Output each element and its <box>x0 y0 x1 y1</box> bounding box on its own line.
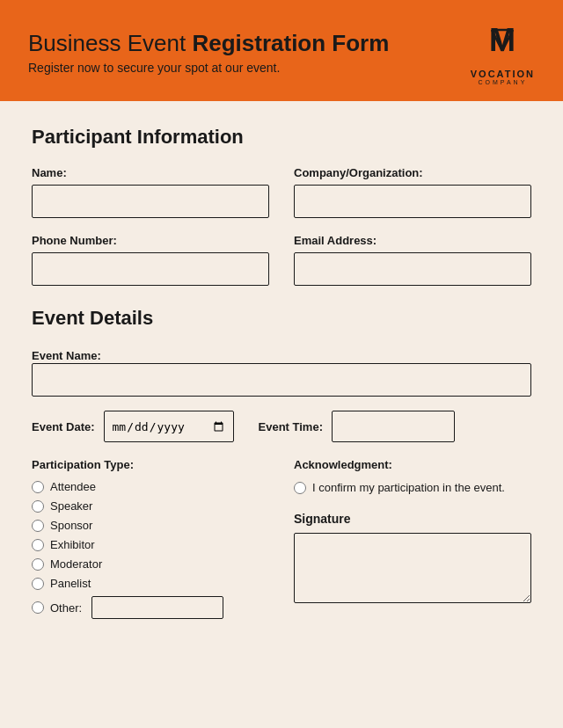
event-section: Event Details <box>32 307 531 330</box>
signature-input[interactable] <box>294 533 531 603</box>
radio-other-input[interactable] <box>32 601 44 614</box>
name-company-row: Name: Company/Organization: <box>32 166 531 218</box>
participation-ack-row: Participation Type: Attendee Speaker Spo… <box>32 458 531 619</box>
event-date-input[interactable] <box>104 411 234 442</box>
event-date-label: Event Date: <box>32 420 95 433</box>
radio-speaker[interactable]: Speaker <box>32 499 269 513</box>
company-input[interactable] <box>294 185 531 218</box>
email-label: Email Address: <box>294 234 531 247</box>
event-name-label: Event Name: <box>32 349 101 362</box>
name-label: Name: <box>32 166 269 179</box>
phone-group: Phone Number: <box>32 234 269 286</box>
event-time-input[interactable] <box>332 411 455 442</box>
ack-col: Acknowledgment: I confirm my participati… <box>294 458 531 619</box>
logo: M vocation COMPANY <box>471 19 535 85</box>
participation-col: Participation Type: Attendee Speaker Spo… <box>32 458 269 619</box>
radio-moderator-input[interactable] <box>32 558 44 571</box>
page-header: Business Event Registration Form Registe… <box>0 0 563 101</box>
radio-exhibitor-input[interactable] <box>32 539 44 551</box>
name-input[interactable] <box>32 185 269 218</box>
header-text: Business Event Registration Form Registe… <box>28 30 389 75</box>
name-group: Name: <box>32 166 269 218</box>
radio-exhibitor[interactable]: Exhibitor <box>32 538 269 551</box>
ack-label: Acknowledgment: <box>294 458 531 471</box>
sig-label: Signature <box>294 512 531 526</box>
logo-name: vocation <box>471 69 535 79</box>
event-name-group: Event Name: <box>32 347 531 397</box>
phone-label: Phone Number: <box>32 234 269 247</box>
radio-moderator[interactable]: Moderator <box>32 557 269 571</box>
form-body: Participant Information Name: Company/Or… <box>0 101 563 647</box>
page-subtitle: Register now to secure your spot at our … <box>28 61 389 75</box>
phone-input[interactable] <box>32 252 269 286</box>
participation-type-label: Participation Type: <box>32 458 269 471</box>
event-time-label: Event Time: <box>259 420 323 433</box>
company-group: Company/Organization: <box>294 166 531 218</box>
logo-sub: COMPANY <box>471 79 535 85</box>
ack-checkbox[interactable]: I confirm my participation in the event. <box>294 480 531 496</box>
event-time-group: Event Time: <box>259 411 455 442</box>
radio-sponsor-input[interactable] <box>32 520 44 532</box>
other-text-input[interactable] <box>91 596 223 619</box>
participant-section-title: Participant Information <box>32 126 531 149</box>
event-section-title: Event Details <box>32 307 531 330</box>
radio-other[interactable]: Other: <box>32 596 269 619</box>
participation-radio-group: Attendee Speaker Sponsor Exhibitor Moder… <box>32 480 269 619</box>
logo-icon: M <box>479 19 525 65</box>
ack-text: I confirm my participation in the event. <box>312 480 505 496</box>
email-group: Email Address: <box>294 234 531 286</box>
radio-sponsor[interactable]: Sponsor <box>32 519 269 532</box>
radio-attendee[interactable]: Attendee <box>32 480 269 493</box>
page-title: Business Event Registration Form <box>28 30 389 57</box>
email-input[interactable] <box>294 252 531 286</box>
radio-panelist-input[interactable] <box>32 578 44 590</box>
radio-attendee-input[interactable] <box>32 481 44 493</box>
ack-radio-input[interactable] <box>294 482 306 494</box>
event-date-group: Event Date: <box>32 411 234 442</box>
event-date-time-row: Event Date: Event Time: <box>32 411 531 442</box>
radio-panelist[interactable]: Panelist <box>32 577 269 590</box>
company-label: Company/Organization: <box>294 166 531 179</box>
event-name-input[interactable] <box>32 363 531 397</box>
radio-speaker-input[interactable] <box>32 500 44 513</box>
svg-text:M: M <box>489 22 515 58</box>
phone-email-row: Phone Number: Email Address: <box>32 234 531 286</box>
